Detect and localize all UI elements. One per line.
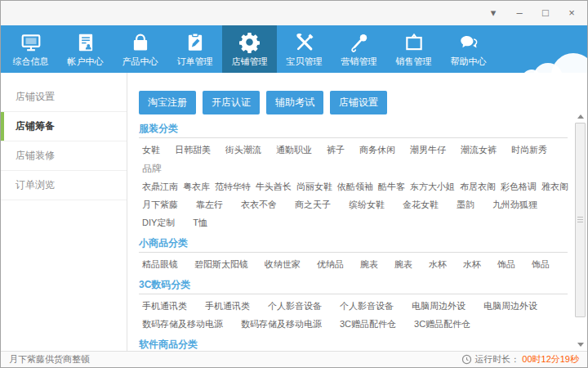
nav-item-2[interactable]: 帐户中心 xyxy=(58,25,113,73)
toolbar-button-2[interactable]: 开店认证 xyxy=(203,91,260,114)
category-link[interactable]: 精品眼镜 xyxy=(142,259,178,269)
section-title: 服装分类 xyxy=(139,123,568,135)
toolbar-button-3[interactable]: 辅助考试 xyxy=(266,91,323,114)
category-link[interactable]: 饰品 xyxy=(532,259,550,269)
category-link[interactable]: 潮流女裤 xyxy=(461,145,497,155)
menu-dropdown-icon[interactable]: ▾ xyxy=(488,7,499,19)
category-link[interactable]: 九州劲狐狸 xyxy=(492,200,537,209)
category-link[interactable]: 手机通讯类 xyxy=(205,301,250,311)
category-row: 女鞋日韩甜美街头潮流通勤职业裤子商务休闲潮男牛仔潮流女裤时尚新秀 xyxy=(142,144,568,156)
nav-item-label: 帐户中心 xyxy=(68,56,104,68)
category-link[interactable]: 3C赠品配件仓 xyxy=(414,319,470,329)
category-link[interactable]: 尚丽女鞋 xyxy=(296,182,332,191)
sidebar-item-1[interactable]: 店铺设置 xyxy=(1,83,127,112)
category-link[interactable]: 手机通讯类 xyxy=(142,301,187,311)
category-link[interactable]: 粤衣库 xyxy=(183,182,210,191)
category-link[interactable]: 裤子 xyxy=(327,145,345,155)
title-bar: ▾ – □ × xyxy=(1,1,587,25)
scroll-up-icon[interactable] xyxy=(575,111,586,121)
category-link[interactable]: 雅衣阁 xyxy=(541,182,568,191)
nav-item-4[interactable]: 订单管理 xyxy=(167,25,222,73)
nav-items: 综合信息帐户中心产品中心订单管理店铺管理宝贝管理营销管理销售管理帮助中心 xyxy=(1,25,587,73)
category-link[interactable]: 金花女鞋 xyxy=(403,200,439,209)
category-link[interactable]: 3C赠品配件仓 xyxy=(340,319,396,329)
microphone-icon xyxy=(349,31,370,53)
category-link[interactable]: 墨韵 xyxy=(457,200,474,209)
category-link[interactable]: 彩色格调 xyxy=(501,182,537,191)
nav-item-5[interactable]: 店铺管理 xyxy=(222,25,277,73)
category-link[interactable]: T恤 xyxy=(193,218,207,227)
category-link[interactable]: 电脑周边外设 xyxy=(412,301,466,311)
main-content: 淘宝注册开店认证辅助考试店铺设置 服装分类女鞋日韩甜美街头潮流通勤职业裤子商务休… xyxy=(127,73,587,351)
category-link[interactable]: 碧阳斯太阳镜 xyxy=(194,259,248,269)
nav-item-9[interactable]: 帮助中心 xyxy=(441,25,496,73)
category-link[interactable]: 缤纷女鞋 xyxy=(349,200,385,209)
category-link[interactable]: 酷牛客 xyxy=(378,182,405,191)
category-link[interactable]: 个人影音设备 xyxy=(340,301,394,311)
category-link[interactable]: 衣衣不舍 xyxy=(241,200,277,209)
sidebar: 店铺设置店铺筹备店铺装修订单浏览 xyxy=(1,73,127,351)
nav-item-3[interactable]: 产品中心 xyxy=(113,25,167,73)
sidebar-item-label: 店铺设置 xyxy=(16,91,55,102)
category-sections: 服装分类女鞋日韩甜美街头潮流通勤职业裤子商务休闲潮男牛仔潮流女裤时尚新秀品牌衣鼎… xyxy=(139,123,568,351)
nav-item-label: 店铺管理 xyxy=(232,56,268,68)
category-link[interactable]: 电脑周边外设 xyxy=(483,301,537,311)
nav-item-7[interactable]: 营销管理 xyxy=(332,25,386,73)
group-label: 品牌 xyxy=(142,163,568,175)
category-section: 3C数码分类手机通讯类手机通讯类个人影音设备个人影音设备电脑周边外设电脑周边外设… xyxy=(139,279,568,330)
category-link[interactable]: 优纳品 xyxy=(317,259,344,269)
nav-item-label: 产品中心 xyxy=(122,56,158,68)
nav-item-6[interactable]: 宝贝管理 xyxy=(277,25,332,73)
category-row: 精品眼镜碧阳斯太阳镜收纳世家优纳品腕表腕表水杯水杯饰品饰品 xyxy=(142,258,568,271)
nav-item-label: 订单管理 xyxy=(177,56,213,68)
category-link[interactable]: 饰品 xyxy=(497,259,515,269)
category-link[interactable]: 水杯 xyxy=(429,259,447,269)
category-link[interactable]: 衣鼎江南 xyxy=(142,182,178,191)
category-link[interactable]: 女鞋 xyxy=(142,145,160,155)
scroll-down-icon[interactable] xyxy=(575,339,586,349)
nav-item-1[interactable]: 综合信息 xyxy=(3,25,58,73)
category-section: 服装分类女鞋日韩甜美街头潮流通勤职业裤子商务休闲潮男牛仔潮流女裤时尚新秀品牌衣鼎… xyxy=(139,123,568,229)
category-link[interactable]: 时尚新秀 xyxy=(511,145,547,155)
toolbar-button-1[interactable]: 淘宝注册 xyxy=(139,91,196,114)
section-divider xyxy=(139,252,568,253)
sidebar-item-3[interactable]: 店铺装修 xyxy=(1,141,127,171)
nav-item-label: 帮助中心 xyxy=(451,56,487,68)
category-link[interactable]: 商务休闲 xyxy=(359,145,395,155)
category-link[interactable]: 腕表 xyxy=(394,259,412,269)
category-row: 月下紫藤靠左行衣衣不舍商之天子缤纷女鞋金花女鞋墨韵九州劲狐狸 xyxy=(142,199,568,211)
toolbar: 淘宝注册开店认证辅助考试店铺设置 xyxy=(139,91,587,114)
category-link[interactable]: 通勤职业 xyxy=(276,145,312,155)
category-link[interactable]: 收纳世家 xyxy=(265,259,301,269)
category-link[interactable]: 依酷领袖 xyxy=(337,182,373,191)
category-link[interactable]: 商之天子 xyxy=(295,200,331,209)
category-link[interactable]: DIY定制 xyxy=(142,218,175,227)
nav-item-label: 销售管理 xyxy=(396,56,432,68)
category-link[interactable]: 牛头酋长 xyxy=(256,182,292,191)
category-link[interactable]: 数码存储及移动电源 xyxy=(142,319,223,329)
category-link[interactable]: 布居衣阁 xyxy=(460,182,496,191)
maximize-icon[interactable]: □ xyxy=(540,7,551,19)
category-link[interactable]: 日韩甜美 xyxy=(175,145,211,155)
gear-icon xyxy=(238,31,261,53)
runtime-indicator: 运行时长： 00时12分19秒 xyxy=(461,353,579,366)
sidebar-item-2[interactable]: 店铺筹备 xyxy=(1,112,127,141)
category-link[interactable]: 靠左行 xyxy=(196,200,223,209)
category-link[interactable]: 潮男牛仔 xyxy=(410,145,446,155)
category-link[interactable]: 街头潮流 xyxy=(225,145,261,155)
category-link[interactable]: 范特华特 xyxy=(215,182,251,191)
minimize-icon[interactable]: – xyxy=(514,7,525,19)
window-controls: ▾ – □ × xyxy=(488,7,577,19)
category-link[interactable]: 月下紫藤 xyxy=(142,200,178,209)
category-link[interactable]: 水杯 xyxy=(463,259,481,269)
category-link[interactable]: 数码存储及移动电源 xyxy=(241,319,322,329)
category-link[interactable]: 个人影音设备 xyxy=(268,301,322,311)
sidebar-item-4[interactable]: 订单浏览 xyxy=(1,171,127,200)
close-icon[interactable]: × xyxy=(566,7,577,19)
category-link[interactable]: 腕表 xyxy=(360,259,378,269)
toolbar-button-4[interactable]: 店铺设置 xyxy=(330,91,387,114)
category-link[interactable]: 东方大小姐 xyxy=(410,182,455,191)
vertical-scrollbar[interactable] xyxy=(575,111,586,349)
scrollbar-thumb[interactable] xyxy=(575,123,586,317)
nav-item-8[interactable]: 销售管理 xyxy=(386,25,441,73)
